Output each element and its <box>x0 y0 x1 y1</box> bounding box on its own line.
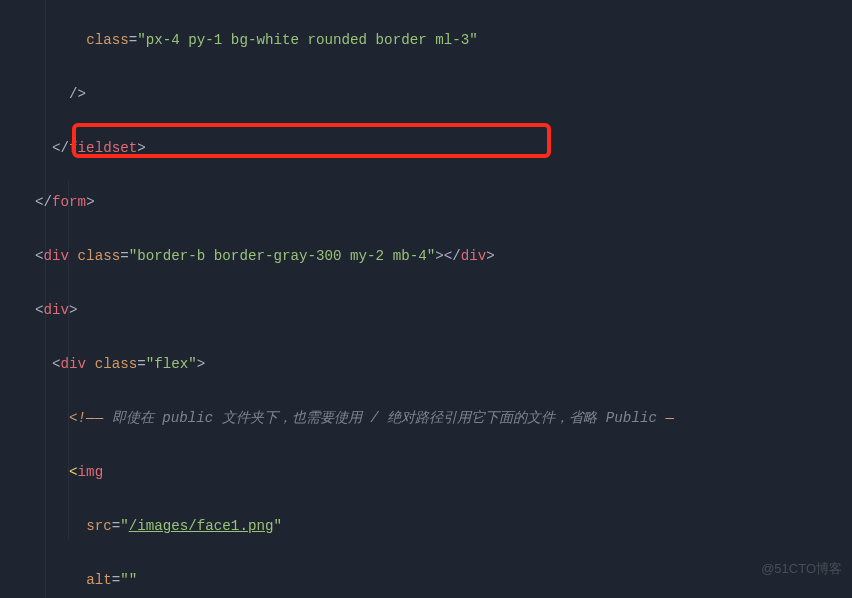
code-line: <img <box>18 459 852 486</box>
code-line: </fieldset> <box>18 135 852 162</box>
attr-value: "" <box>120 572 137 588</box>
code-line: class="px-4 py-1 bg-white rounded border… <box>18 27 852 54</box>
tag-div: div <box>44 248 70 264</box>
attr-name: class <box>78 248 121 264</box>
tag-div: div <box>461 248 487 264</box>
attr-value: "border-b border-gray-300 my-2 mb-4" <box>129 248 436 264</box>
code-line: </form> <box>18 189 852 216</box>
tag-fieldset: fieldset <box>69 140 137 156</box>
code-line: src="/images/face1.png" <box>18 513 852 540</box>
src-path: /images/face1.png <box>129 518 274 534</box>
code-line: <div class="flex"> <box>18 351 852 378</box>
attr-name: src <box>86 518 112 534</box>
tag-div: div <box>44 302 70 318</box>
code-line: /> <box>18 81 852 108</box>
tag-div: div <box>61 356 87 372</box>
code-line: <!—— 即使在 public 文件夹下，也需要使用 / 绝对路径引用它下面的文… <box>18 405 852 432</box>
code-line: alt="" <box>18 567 852 594</box>
attr-name: class <box>86 32 129 48</box>
watermark: @51CTO博客 <box>761 557 842 582</box>
self-close: /> <box>69 86 86 102</box>
attr-value: "flex" <box>146 356 197 372</box>
attr-value: "px-4 py-1 bg-white rounded border ml-3" <box>137 32 478 48</box>
tag-form: form <box>52 194 86 210</box>
comment-text: 即使在 public 文件夹下，也需要使用 / 绝对路径引用它下面的文件，省略 … <box>103 410 665 426</box>
code-line: <div class="border-b border-gray-300 my-… <box>18 243 852 270</box>
attr-name: class <box>95 356 138 372</box>
code-editor[interactable]: class="px-4 py-1 bg-white rounded border… <box>0 0 852 598</box>
code-line: <div> <box>18 297 852 324</box>
attr-name: alt <box>86 572 112 588</box>
tag-img: img <box>78 464 104 480</box>
